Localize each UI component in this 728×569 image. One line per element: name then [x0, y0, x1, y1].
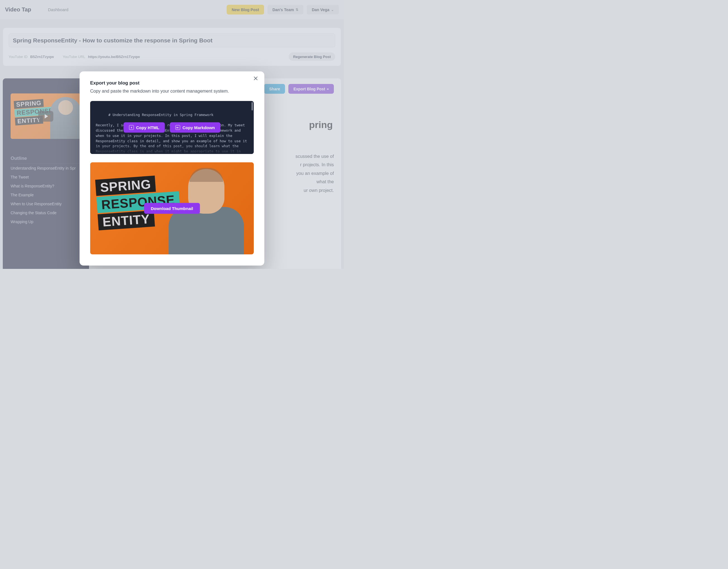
markdown-preview[interactable]: # Understanding ResponseEntity in Spring… — [90, 101, 254, 154]
modal-title: Export your blog post — [90, 80, 254, 86]
scrollbar[interactable] — [252, 102, 253, 111]
copy-html-label: Copy HTML — [136, 125, 159, 130]
modal-overlay[interactable]: Export your blog post Copy and paste the… — [0, 0, 344, 269]
copy-markdown-label: Copy Markdown — [183, 125, 215, 130]
markdown-content: # Understanding ResponseEntity in Spring… — [96, 113, 249, 154]
export-modal: Export your blog post Copy and paste the… — [80, 71, 264, 266]
copy-markdown-button[interactable]: M↓ Copy Markdown — [170, 123, 221, 133]
modal-subtitle: Copy and paste the markdown into your co… — [90, 89, 254, 94]
copy-html-button[interactable]: 5 Copy HTML — [123, 123, 165, 133]
close-icon — [253, 76, 258, 81]
close-button[interactable] — [253, 76, 259, 82]
markdown-icon: M↓ — [176, 125, 180, 130]
html5-icon: 5 — [129, 125, 134, 130]
download-thumbnail-button[interactable]: Download Thumbnail — [144, 203, 200, 214]
thumbnail-preview: SPRING RESPONSE ENTITY Download Thumbnai… — [90, 162, 254, 255]
